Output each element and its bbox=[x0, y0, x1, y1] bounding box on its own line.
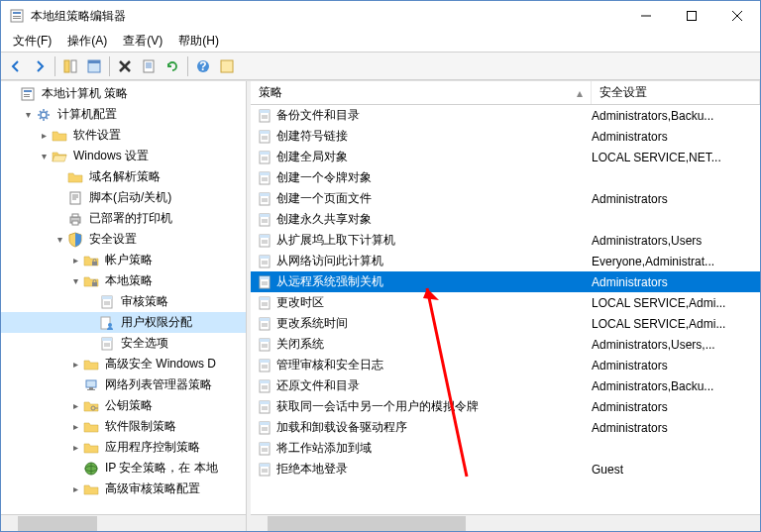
ip-icon bbox=[83, 461, 99, 477]
tree-toggle-icon bbox=[53, 169, 67, 184]
policy-row[interactable]: 拒绝本地登录Guest bbox=[251, 459, 760, 479]
policy-row[interactable]: 更改系统时间LOCAL SERVICE,Admi... bbox=[251, 313, 760, 334]
forward-button[interactable] bbox=[29, 55, 51, 77]
tree-item-printers[interactable]: 已部署的打印机 bbox=[1, 208, 246, 229]
list-horizontal-scrollbar[interactable] bbox=[251, 514, 760, 531]
policy-value: Administrators bbox=[592, 400, 760, 414]
svg-rect-23 bbox=[24, 94, 30, 95]
tree-toggle-icon[interactable]: ▾ bbox=[37, 149, 52, 163]
tree-toggle-icon[interactable]: ▾ bbox=[21, 107, 36, 122]
policy-row[interactable]: 从远程系统强制关机Administrators bbox=[251, 271, 760, 292]
tree-toggle-icon[interactable]: ▸ bbox=[68, 481, 83, 496]
tree-toggle-icon[interactable]: ▸ bbox=[68, 398, 83, 413]
svg-rect-91 bbox=[260, 318, 270, 321]
menu-action[interactable]: 操作(A) bbox=[59, 31, 115, 52]
policy-name: 从远程系统强制关机 bbox=[276, 273, 592, 290]
policy-row[interactable]: 更改时区LOCAL SERVICE,Admi... bbox=[251, 292, 760, 313]
policy-row[interactable]: 将工作站添加到域 bbox=[251, 438, 760, 459]
properties-button[interactable] bbox=[83, 55, 105, 77]
tree-item-dns[interactable]: 域名解析策略 bbox=[1, 166, 246, 187]
tree-item-windows[interactable]: ▾Windows 设置 bbox=[1, 146, 246, 166]
tree-item-label: 软件设置 bbox=[71, 126, 123, 145]
tree-item-security[interactable]: ▾安全设置 bbox=[1, 229, 246, 250]
tree-toggle-icon[interactable]: ▸ bbox=[68, 440, 83, 455]
menu-view[interactable]: 查看(V) bbox=[115, 31, 170, 52]
help-button[interactable]: ? bbox=[192, 55, 214, 77]
separator bbox=[109, 56, 110, 76]
separator bbox=[187, 56, 188, 76]
svg-rect-63 bbox=[260, 172, 270, 175]
list-body[interactable]: 备份文件和目录Administrators,Backu...创建符号链接Admi… bbox=[251, 105, 760, 514]
svg-rect-28 bbox=[72, 214, 78, 217]
policy-name: 关闭系统 bbox=[276, 336, 592, 353]
policy-row[interactable]: 关闭系统Administrators,Users,... bbox=[251, 334, 760, 355]
policy-row[interactable]: 创建一个页面文件Administrators bbox=[251, 188, 760, 209]
policy-icon bbox=[257, 108, 272, 124]
menu-help[interactable]: 帮助(H) bbox=[170, 31, 227, 52]
policy-name: 从扩展坞上取下计算机 bbox=[276, 232, 592, 249]
tree-item-advfw[interactable]: ▸高级安全 Windows D bbox=[1, 354, 246, 374]
policy-name: 创建全局对象 bbox=[276, 149, 592, 165]
tree-item-software[interactable]: ▸软件设置 bbox=[1, 125, 246, 146]
tree-item-account[interactable]: ▸帐户策略 bbox=[1, 250, 246, 270]
policy-row[interactable]: 备份文件和目录Administrators,Backu... bbox=[251, 105, 760, 126]
close-button[interactable] bbox=[714, 1, 760, 31]
tree-item-softrest[interactable]: ▸软件限制策略 bbox=[1, 416, 246, 437]
show-hide-tree-button[interactable] bbox=[59, 55, 81, 77]
menu-file[interactable]: 文件(F) bbox=[5, 31, 59, 52]
tree-item-audit[interactable]: 审核策略 bbox=[1, 291, 246, 312]
tree-item-ipsec[interactable]: IP 安全策略，在 本地 bbox=[1, 458, 246, 479]
tree-item-label: 公钥策略 bbox=[103, 396, 155, 415]
tree-horizontal-scrollbar[interactable] bbox=[1, 514, 246, 531]
tree-toggle-icon[interactable]: ▸ bbox=[68, 357, 83, 372]
tree-toggle-icon[interactable]: ▾ bbox=[53, 232, 67, 247]
policy-row[interactable]: 管理审核和安全日志Administrators bbox=[251, 355, 760, 375]
folderC-icon bbox=[52, 128, 67, 144]
maximize-button[interactable] bbox=[669, 1, 714, 31]
column-security[interactable]: 安全设置 bbox=[592, 81, 760, 104]
export-button[interactable] bbox=[138, 55, 160, 77]
svg-rect-3 bbox=[13, 18, 21, 19]
svg-rect-119 bbox=[260, 464, 270, 467]
policy-row[interactable]: 从网络访问此计算机Everyone,Administrat... bbox=[251, 251, 760, 271]
policy-row[interactable]: 创建永久共享对象 bbox=[251, 209, 760, 230]
tree-item-computer[interactable]: ▾计算机配置 bbox=[1, 104, 246, 125]
tree-item-rights[interactable]: 用户权限分配 bbox=[1, 312, 246, 333]
minimize-button[interactable] bbox=[623, 1, 669, 31]
column-policy[interactable]: 策略▴ bbox=[251, 81, 592, 104]
tree-pane[interactable]: 本地计算机 策略▾计算机配置▸软件设置▾Windows 设置域名解析策略脚本(启… bbox=[1, 81, 247, 531]
key-icon bbox=[83, 398, 99, 414]
tree-toggle-icon[interactable]: ▸ bbox=[68, 253, 83, 267]
tree-item-scripts[interactable]: 脚本(启动/关机) bbox=[1, 187, 246, 208]
policy-icon bbox=[257, 150, 272, 165]
folderC-icon bbox=[83, 481, 99, 497]
net-icon bbox=[83, 377, 99, 393]
tree-item-label: 用户权限分配 bbox=[119, 313, 194, 332]
policy-row[interactable]: 获取同一会话中另一个用户的模拟令牌Administrators bbox=[251, 396, 760, 417]
policy-row[interactable]: 从扩展坞上取下计算机Administrators,Users bbox=[251, 230, 760, 251]
tree-item-label: 高级审核策略配置 bbox=[103, 479, 202, 498]
refresh-button[interactable] bbox=[162, 55, 183, 77]
tree-toggle-icon[interactable]: ▸ bbox=[37, 128, 52, 143]
svg-rect-2 bbox=[13, 16, 21, 17]
policy-row[interactable]: 创建符号链接Administrators bbox=[251, 126, 760, 147]
tree-item-options[interactable]: 安全选项 bbox=[1, 333, 246, 354]
svg-rect-55 bbox=[260, 131, 270, 134]
tree-item-netlist[interactable]: 网络列表管理器策略 bbox=[1, 374, 246, 395]
policy-name: 还原文件和目录 bbox=[276, 377, 592, 394]
delete-button[interactable] bbox=[114, 55, 136, 77]
back-button[interactable] bbox=[5, 55, 27, 77]
tree-item-local[interactable]: ▾本地策略 bbox=[1, 270, 246, 291]
filter-button[interactable] bbox=[216, 55, 238, 77]
tree-item-appctrl[interactable]: ▸应用程序控制策略 bbox=[1, 437, 246, 458]
tree-item-advaudit[interactable]: ▸高级审核策略配置 bbox=[1, 479, 246, 499]
tree-item-pubkey[interactable]: ▸公钥策略 bbox=[1, 395, 246, 416]
policy-row[interactable]: 加载和卸载设备驱动程序Administrators bbox=[251, 417, 760, 438]
tree-toggle-icon[interactable]: ▸ bbox=[68, 419, 83, 434]
policy-row[interactable]: 创建一个令牌对象 bbox=[251, 167, 760, 188]
policy-icon bbox=[99, 294, 115, 310]
tree-item-root[interactable]: 本地计算机 策略 bbox=[1, 83, 246, 104]
policy-row[interactable]: 还原文件和目录Administrators,Backu... bbox=[251, 375, 760, 396]
tree-toggle-icon[interactable]: ▾ bbox=[68, 273, 83, 288]
policy-row[interactable]: 创建全局对象LOCAL SERVICE,NET... bbox=[251, 147, 760, 167]
